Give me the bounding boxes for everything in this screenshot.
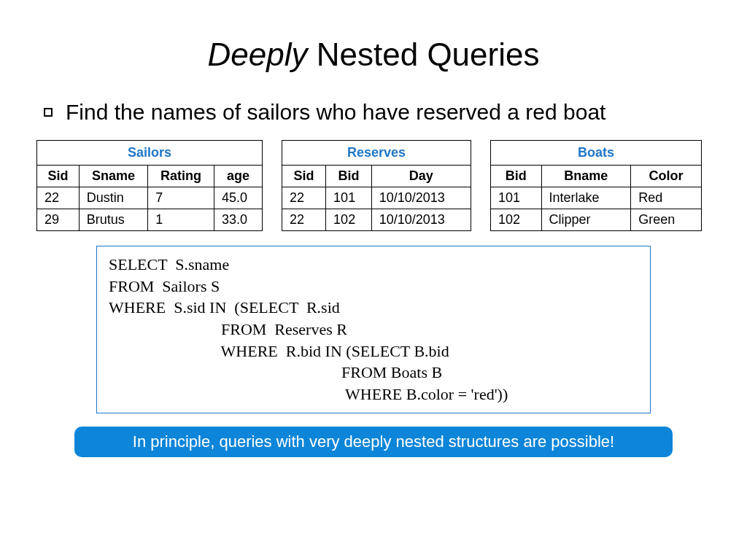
bullet-square-icon bbox=[44, 108, 53, 117]
table-header-row: Bid Bname Color bbox=[491, 166, 702, 187]
cell: 1 bbox=[148, 209, 214, 231]
cell: 33.0 bbox=[214, 209, 262, 231]
col-header: Sid bbox=[282, 166, 326, 187]
sailors-table: Sailors Sid Sname Rating age 22 Dustin 7… bbox=[36, 140, 263, 231]
cell: 102 bbox=[491, 209, 542, 231]
cell: Clipper bbox=[541, 209, 631, 231]
cell: 22 bbox=[282, 209, 326, 231]
boats-table: Boats Bid Bname Color 101 Interlake Red … bbox=[490, 140, 702, 231]
boats-caption: Boats bbox=[490, 140, 702, 165]
bullet: Find the names of sailors who have reser… bbox=[44, 99, 711, 125]
bullet-text: Find the names of sailors who have reser… bbox=[66, 99, 605, 125]
cell: 22 bbox=[37, 187, 80, 209]
col-header: Bid bbox=[326, 166, 372, 187]
cell: 10/10/2013 bbox=[371, 209, 471, 231]
col-header: Sid bbox=[37, 166, 80, 187]
sailors-caption: Sailors bbox=[36, 140, 263, 165]
footer-banner: In principle, queries with very deeply n… bbox=[74, 427, 673, 457]
table-row: 22 102 10/10/2013 bbox=[282, 209, 471, 231]
title-emphasis: Deeply bbox=[208, 36, 308, 72]
slide-title: Deeply Nested Queries bbox=[36, 36, 711, 73]
table-row: 102 Clipper Green bbox=[491, 209, 702, 231]
cell: 7 bbox=[148, 187, 214, 209]
cell: 10/10/2013 bbox=[371, 187, 471, 209]
col-header: Rating bbox=[148, 166, 214, 187]
cell: Brutus bbox=[79, 209, 147, 231]
tables-row: Sailors Sid Sname Rating age 22 Dustin 7… bbox=[36, 140, 711, 231]
col-header: Color bbox=[631, 166, 702, 187]
table-row: 22 101 10/10/2013 bbox=[282, 187, 471, 209]
cell: Green bbox=[631, 209, 702, 231]
cell: 29 bbox=[37, 209, 80, 231]
sql-box: SELECT S.sname FROM Sailors S WHERE S.si… bbox=[96, 246, 651, 413]
table-row: 29 Brutus 1 33.0 bbox=[37, 209, 263, 231]
slide: Deeply Nested Queries Find the names of … bbox=[0, 0, 747, 457]
table-row: 22 Dustin 7 45.0 bbox=[37, 187, 263, 209]
col-header: age bbox=[214, 166, 262, 187]
title-rest: Nested Queries bbox=[308, 36, 540, 72]
reserves-caption: Reserves bbox=[282, 140, 471, 165]
cell: 102 bbox=[326, 209, 372, 231]
cell: Interlake bbox=[541, 187, 631, 209]
cell: 45.0 bbox=[214, 187, 262, 209]
col-header: Sname bbox=[79, 166, 147, 187]
cell: Red bbox=[631, 187, 702, 209]
col-header: Day bbox=[371, 166, 471, 187]
col-header: Bname bbox=[541, 166, 631, 187]
table-row: 101 Interlake Red bbox=[491, 187, 702, 209]
table-header-row: Sid Sname Rating age bbox=[37, 166, 263, 187]
cell: 101 bbox=[326, 187, 372, 209]
cell: 101 bbox=[491, 187, 542, 209]
table-header-row: Sid Bid Day bbox=[282, 166, 471, 187]
cell: Dustin bbox=[79, 187, 147, 209]
col-header: Bid bbox=[491, 166, 542, 187]
cell: 22 bbox=[282, 187, 326, 209]
reserves-table: Reserves Sid Bid Day 22 101 10/10/2013 2… bbox=[282, 140, 471, 231]
